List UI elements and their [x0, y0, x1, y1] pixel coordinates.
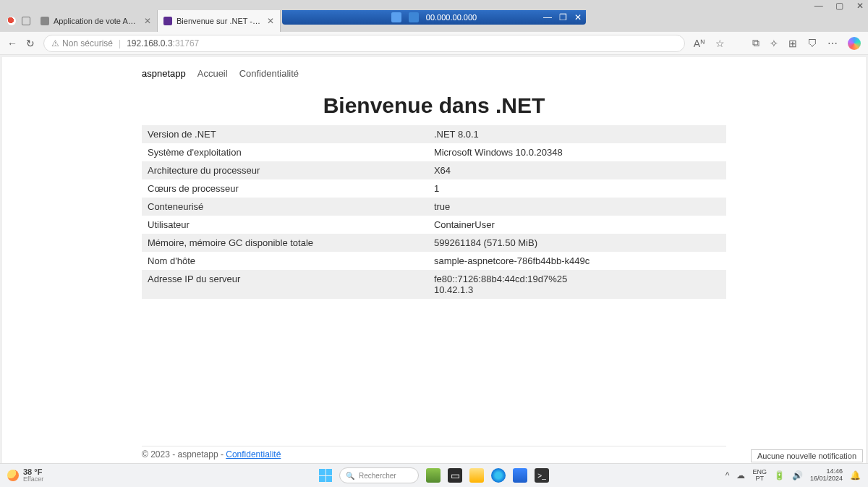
- extensions-icon[interactable]: ⛉: [807, 38, 817, 49]
- table-row: Adresse IP du serveurfe80::7126:88b4:44c…: [142, 270, 726, 299]
- tab-title: Bienvenue sur .NET - aspnet...: [176, 17, 263, 25]
- favorite-star-icon[interactable]: ☆: [715, 38, 725, 49]
- info-key: Utilisateur: [142, 216, 428, 234]
- browser-tabstrip: Application de vote Azure ✕ Bienvenue su…: [0, 10, 868, 32]
- rdp-restore[interactable]: ❐: [559, 12, 567, 22]
- taskbar-app-edge[interactable]: [491, 468, 506, 483]
- site-navbar: aspnetapp Accueil Confidentialité: [142, 57, 726, 89]
- rdp-close[interactable]: ✕: [574, 12, 582, 22]
- window-minimize[interactable]: —: [814, 1, 823, 11]
- window-titlebar: — ▢ ✕: [0, 0, 868, 10]
- info-value: 1: [428, 179, 726, 198]
- brand[interactable]: aspnetapp: [142, 68, 186, 79]
- warning-icon: ⚠: [51, 38, 59, 48]
- nav-home[interactable]: Accueil: [197, 68, 228, 79]
- info-key: Conteneurisé: [142, 198, 428, 216]
- info-key: Adresse IP du serveur: [142, 270, 428, 299]
- table-row: UtilisateurContainerUser: [142, 216, 726, 234]
- copilot-icon[interactable]: [848, 37, 861, 50]
- tabs-overview-icon[interactable]: [22, 17, 30, 25]
- info-key: Version de .NET: [142, 125, 428, 143]
- taskbar-app-store[interactable]: [513, 468, 527, 483]
- taskbar-weather[interactable]: 38 °F Effacer: [0, 468, 87, 483]
- info-value: fe80::7126:88b4:44cd:19d7%25 10.42.1.3: [428, 270, 726, 299]
- reload-button[interactable]: ↻: [26, 38, 35, 49]
- tray-chevron-icon[interactable]: ^: [726, 470, 730, 480]
- table-row: Cœurs de processeur1: [142, 179, 726, 198]
- rdp-ip: 00.000.00.000: [426, 13, 477, 22]
- close-icon[interactable]: ✕: [144, 16, 151, 26]
- start-button[interactable]: [319, 469, 332, 482]
- split-screen-icon[interactable]: ⧉: [752, 37, 760, 49]
- page-icon: [163, 17, 172, 25]
- close-icon[interactable]: ✕: [267, 16, 274, 26]
- profile-icon[interactable]: [7, 17, 16, 25]
- table-row: Mémoire, mémoire GC disponible totale599…: [142, 234, 726, 252]
- info-key: Mémoire, mémoire GC disponible totale: [142, 234, 428, 252]
- info-key: Cœurs de processeur: [142, 179, 428, 198]
- nav-privacy[interactable]: Confidentialité: [239, 68, 299, 79]
- rdp-connection-bar[interactable]: 00.000.00.000 — ❐ ✕: [282, 10, 586, 25]
- tray-volume-icon[interactable]: 🔊: [792, 470, 803, 480]
- info-key: Nom d'hôte: [142, 252, 428, 270]
- info-value: ContainerUser: [428, 216, 726, 234]
- page-title: Bienvenue dans .NET: [142, 93, 726, 118]
- rdp-minimize[interactable]: —: [543, 12, 552, 22]
- tab-aspnet-welcome[interactable]: Bienvenue sur .NET - aspnet... ✕: [158, 10, 281, 32]
- info-key: Architecture du processeur: [142, 161, 428, 179]
- info-value: sample-aspnetcore-786fb44bb-k449c: [428, 252, 726, 270]
- not-secure-badge[interactable]: ⚠ Non sécurisé: [51, 38, 113, 48]
- footer-privacy-link[interactable]: Confidentialité: [226, 449, 281, 460]
- windows-taskbar: 38 °F Effacer 🔍 Rechercher ▭ >_ ^ ☁ ENG …: [0, 463, 868, 487]
- taskbar-app-terminal[interactable]: >_: [535, 468, 549, 483]
- notification-toast[interactable]: Aucune nouvelle notification: [751, 449, 863, 462]
- info-value: Microsoft Windows 10.0.20348: [428, 143, 726, 161]
- tray-battery-icon[interactable]: 🔋: [774, 470, 785, 480]
- search-icon: 🔍: [346, 472, 354, 480]
- more-menu-icon[interactable]: ⋯: [827, 38, 838, 49]
- address-input[interactable]: ⚠ Non sécurisé | 192.168.0.3:31767: [43, 35, 685, 52]
- taskbar-search[interactable]: 🔍 Rechercher: [339, 467, 419, 483]
- window-close[interactable]: ✕: [856, 1, 864, 11]
- info-value: true: [428, 198, 726, 216]
- collections-icon[interactable]: ⊞: [788, 38, 797, 49]
- rdp-pin-icon[interactable]: [391, 12, 401, 22]
- info-value: X64: [428, 161, 726, 179]
- info-key: Système d'exploitation: [142, 143, 428, 161]
- weather-icon: [7, 470, 19, 481]
- tray-notifications-icon[interactable]: 🔔: [850, 470, 861, 480]
- page-footer: © 2023 - aspnetapp - Confidentialité: [142, 446, 726, 460]
- tab-azure-voting[interactable]: Application de vote Azure ✕: [35, 10, 158, 32]
- tray-clock[interactable]: 14:46 16/01/2024: [810, 468, 843, 483]
- url-text: 192.168.0.3:31767: [127, 38, 199, 48]
- page-content: aspnetapp Accueil Confidentialité Bienve…: [1, 56, 867, 465]
- window-maximize[interactable]: ▢: [835, 1, 843, 11]
- tray-language[interactable]: ENG PT: [752, 469, 767, 482]
- info-table: Version de .NET.NET 8.0.1Système d'explo…: [142, 125, 726, 299]
- table-row: Architecture du processeurX64: [142, 161, 726, 179]
- table-row: Système d'exploitationMicrosoft Windows …: [142, 143, 726, 161]
- info-value: 599261184 (571.50 MiB): [428, 234, 726, 252]
- browser-addressbar: ← ↻ ⚠ Non sécurisé | 192.168.0.3:31767 A…: [0, 32, 868, 55]
- back-button[interactable]: ←: [7, 38, 17, 49]
- page-icon: [41, 17, 49, 25]
- taskbar-app-taskview[interactable]: ▭: [448, 468, 462, 483]
- table-row: Conteneurisétrue: [142, 198, 726, 216]
- table-row: Nom d'hôtesample-aspnetcore-786fb44bb-k4…: [142, 252, 726, 270]
- taskbar-app-suse[interactable]: [426, 468, 441, 483]
- favorites-icon[interactable]: ✧: [770, 38, 778, 49]
- info-value: .NET 8.0.1: [428, 125, 726, 143]
- table-row: Version de .NET.NET 8.0.1: [142, 125, 726, 143]
- weather-label: Effacer: [23, 476, 43, 483]
- rdp-signal-icon: [409, 12, 419, 22]
- tab-title: Application de vote Azure: [54, 17, 140, 25]
- read-aloud-icon[interactable]: Aᴺ: [694, 38, 705, 49]
- taskbar-app-explorer[interactable]: [469, 468, 484, 483]
- tray-onedrive-icon[interactable]: ☁: [736, 470, 745, 480]
